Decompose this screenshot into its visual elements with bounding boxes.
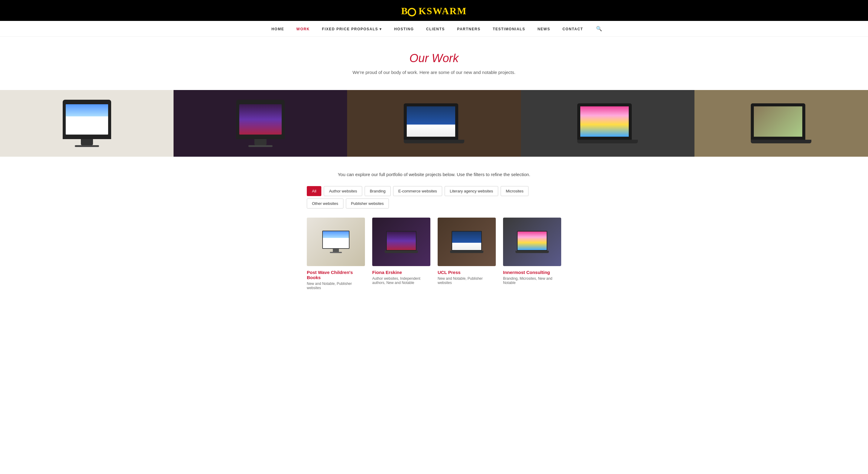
page-title: Our Work <box>6 52 862 65</box>
monitor-stand-2 <box>254 139 267 145</box>
portfolio-title-2: Fiona Erskine <box>372 270 430 275</box>
portfolio-thumb-4 <box>503 217 561 266</box>
thumb-screen-1 <box>322 231 349 249</box>
portfolio-title-4: Innermost Consulting <box>503 270 561 275</box>
nav-contact[interactable]: CONTACT <box>562 27 583 31</box>
hero-monitor-1 <box>63 100 111 139</box>
hero-screen-1 <box>66 104 108 135</box>
thumb-base-1 <box>330 252 342 253</box>
hero-panel-2 <box>174 90 347 157</box>
thumb-monitor-1 <box>321 231 351 253</box>
hero-panel-3 <box>347 90 521 157</box>
portfolio-grid: Post Wave Children's Books New and Notab… <box>307 217 561 290</box>
filter-microsites[interactable]: Microsites <box>501 186 529 196</box>
filter-all[interactable]: All <box>307 186 321 196</box>
hero-monitor-2 <box>236 100 285 139</box>
portfolio-thumb-2 <box>372 217 430 266</box>
monitor-stand-1 <box>81 139 93 145</box>
laptop-base-3 <box>751 140 811 143</box>
hero-screen-2 <box>239 104 282 135</box>
filter-literary[interactable]: Literary agency websites <box>444 186 498 196</box>
thumb-laptop-3 <box>516 231 549 253</box>
portfolio-item-3[interactable]: UCL Press New and Notable, Publisher web… <box>438 217 496 290</box>
portfolio-intro: You can explore our full portfolio of we… <box>307 172 561 177</box>
page-subtitle: We're proud of our body of work. Here ar… <box>6 70 862 75</box>
portfolio-item-2[interactable]: Fiona Erskine Author websites, Independe… <box>372 217 430 290</box>
hero-laptop-screen-1 <box>407 107 455 137</box>
filter-branding[interactable]: Branding <box>365 186 391 196</box>
nav-testimonials[interactable]: TESTIMONIALS <box>493 27 525 31</box>
thumb-laptop-base-2 <box>450 250 484 253</box>
search-icon[interactable]: 🔍 <box>596 26 602 31</box>
portfolio-meta-2: Author websites, Independent authors, Ne… <box>372 276 430 285</box>
portfolio-thumb-3 <box>438 217 496 266</box>
nav-partners[interactable]: PARTNERS <box>457 27 480 31</box>
thumb-laptop-screen-1 <box>386 231 416 250</box>
portfolio-item-1[interactable]: Post Wave Children's Books New and Notab… <box>307 217 365 290</box>
thumb-laptop-base-3 <box>516 250 549 253</box>
thumb-laptop-base-1 <box>384 250 418 253</box>
thumb-stand-1 <box>333 249 339 252</box>
site-logo[interactable]: B KSWARM <box>0 5 868 17</box>
hero-laptop-1 <box>404 103 458 140</box>
hero-panel-1 <box>0 90 174 157</box>
nav-news[interactable]: NEWS <box>537 27 550 31</box>
hero-laptop-screen-2 <box>580 107 629 137</box>
site-header: B KSWARM <box>0 0 868 21</box>
portfolio-item-4[interactable]: Innermost Consulting Branding, Microsite… <box>503 217 561 290</box>
portfolio-title-3: UCL Press <box>438 270 496 275</box>
portfolio-meta-4: Branding, Microsites, New and Notable <box>503 276 561 285</box>
laptop-base-2 <box>577 140 638 143</box>
portfolio-meta-1: New and Notable, Publisher websites <box>307 282 365 290</box>
nav-clients[interactable]: CLIENTS <box>426 27 445 31</box>
logo-o-icon <box>408 8 416 17</box>
filter-bar: All Author websites Branding E-commerce … <box>307 186 561 208</box>
hero-panel-5 <box>694 90 868 157</box>
nav-fixed-price[interactable]: FIXED PRICE PROPOSALS ▾ <box>322 27 382 31</box>
filter-ecommerce[interactable]: E-commerce websites <box>393 186 442 196</box>
portfolio-thumb-1 <box>307 217 365 266</box>
nav-hosting[interactable]: HOSTING <box>394 27 414 31</box>
hero-laptop-2 <box>577 103 632 140</box>
hero-laptop-3 <box>751 103 805 140</box>
logo-text: KSWARM <box>418 5 467 17</box>
hero-panel-4 <box>521 90 694 157</box>
monitor-base-2 <box>248 145 273 147</box>
laptop-base-1 <box>404 140 464 143</box>
filter-author[interactable]: Author websites <box>324 186 362 196</box>
thumb-laptop-1 <box>384 231 418 253</box>
thumb-laptop-screen-2 <box>452 231 482 250</box>
thumb-laptop-screen-3 <box>517 231 547 250</box>
portfolio-meta-3: New and Notable, Publisher websites <box>438 276 496 285</box>
hero-banner <box>0 90 868 157</box>
main-nav: HOME WORK FIXED PRICE PROPOSALS ▾ HOSTIN… <box>0 21 868 37</box>
portfolio-section: You can explore our full portfolio of we… <box>298 166 570 308</box>
nav-work[interactable]: WORK <box>297 27 310 31</box>
filter-other[interactable]: Other websites <box>307 199 343 208</box>
portfolio-title-1: Post Wave Children's Books <box>307 270 365 280</box>
monitor-base-1 <box>75 145 99 147</box>
thumb-laptop-2 <box>450 231 484 253</box>
page-title-section: Our Work We're proud of our body of work… <box>0 37 868 81</box>
filter-publisher[interactable]: Publisher websites <box>346 199 389 208</box>
nav-home[interactable]: HOME <box>271 27 284 31</box>
hero-laptop-screen-3 <box>754 107 802 137</box>
